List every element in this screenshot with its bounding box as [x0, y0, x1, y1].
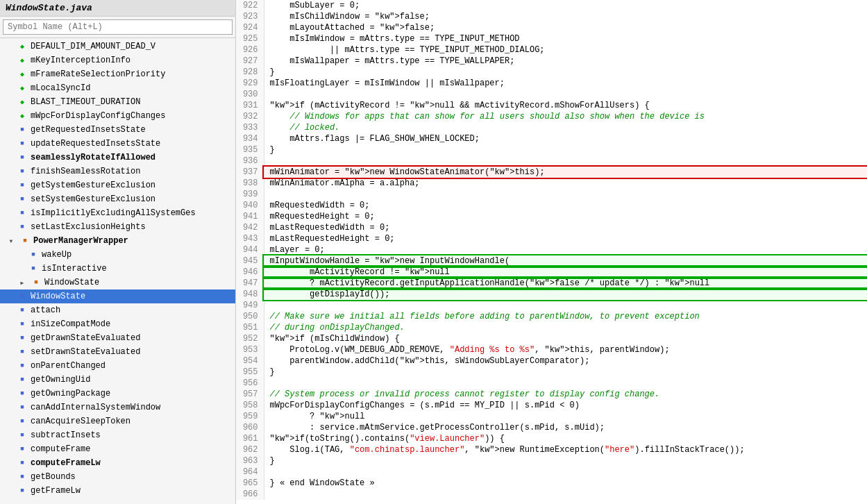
code-content: // locked.: [264, 122, 867, 133]
sidebar-item-getBounds[interactable]: getBounds: [0, 470, 235, 484]
sidebar-item-label: isImplicitlyExcludingAllSystemGes: [31, 208, 196, 218]
field-icon: [17, 41, 28, 52]
sidebar-item-getFrameLw[interactable]: getFrameLw: [0, 484, 235, 498]
code-content: mIsFloatingLayer = mIsImWindow || mIsWal…: [264, 78, 867, 89]
line-number: 948: [236, 289, 264, 300]
line-number: 960: [236, 422, 264, 433]
code-row: 941mRequestedHeight = 0;: [236, 211, 867, 222]
line-number: 936: [236, 156, 264, 167]
sidebar-item-label: DEFAULT_DIM_AMOUNT_DEAD_V: [31, 42, 155, 51]
method-icon: [17, 471, 28, 482]
line-number: 946: [236, 267, 264, 278]
method-icon: [17, 194, 28, 205]
method-icon: [17, 360, 28, 371]
code-content: mAttrs.flags |= FLAG_SHOW_WHEN_LOCKED;: [264, 133, 867, 144]
code-content: [264, 300, 867, 311]
sidebar-item-label: WindowState: [44, 278, 99, 287]
sidebar-item-default_dim[interactable]: DEFAULT_DIM_AMOUNT_DEAD_V: [0, 40, 235, 53]
sidebar-item-inSizeCompatMode[interactable]: inSizeCompatMode: [0, 317, 235, 331]
search-input[interactable]: [3, 19, 233, 35]
sidebar-item-canAddInternalSystemWindow[interactable]: canAddInternalSystemWindow: [0, 401, 235, 414]
code-content: "kw">if(toString().contains("view.Launch…: [264, 433, 867, 444]
search-box[interactable]: [0, 17, 235, 38]
code-content: ? mActivityRecord.getInputApplicationHan…: [264, 278, 867, 289]
method-icon: [17, 485, 28, 496]
code-row: 948 getDisplayId());: [236, 289, 867, 300]
code-content: mLayer = 0;: [264, 244, 867, 255]
code-content: }: [264, 67, 867, 78]
method-icon: [17, 388, 28, 399]
code-content: mActivityRecord != "kw">null: [264, 267, 867, 278]
code-content: ? "kw">null: [264, 411, 867, 422]
sidebar-item-label: getRequestedInsetsState: [31, 125, 146, 135]
code-row: 957// System process or invalid process …: [236, 389, 867, 400]
code-content: [264, 467, 867, 478]
field-icon: [17, 69, 28, 80]
sidebar-item-getRequestedInsetsState[interactable]: getRequestedInsetsState: [0, 123, 235, 137]
method-icon: [17, 124, 28, 135]
code-container[interactable]: 922 mSubLayer = 0;923 mIsChildWindow = "…: [236, 0, 867, 504]
sidebar-item-mFrameRateSelectionPriority[interactable]: mFrameRateSelectionPriority: [0, 67, 235, 81]
sidebar-item-label: getBounds: [31, 472, 76, 482]
sidebar-item-attach[interactable]: attach: [0, 303, 235, 317]
sidebar-item-mLocalSyncId[interactable]: mLocalSyncId: [0, 81, 235, 95]
sidebar-item-getOwningUid[interactable]: getOwningUid: [0, 373, 235, 387]
sidebar-item-computeFrameLw[interactable]: computeFrameLw: [0, 456, 235, 470]
sidebar-item-getOwningPackage[interactable]: getOwningPackage: [0, 387, 235, 401]
line-number: 947: [236, 278, 264, 289]
sidebar-item-canAcquireSleepToken[interactable]: canAcquireSleepToken: [0, 414, 235, 428]
sidebar-item-label: canAddInternalSystemWindow: [31, 403, 160, 412]
sidebar-item-subtractInsets[interactable]: subtractInsets: [0, 428, 235, 442]
code-content: mIsWallpaper = mAttrs.type == TYPE_WALLP…: [264, 56, 867, 67]
sidebar-item-label: inSizeCompatMode: [31, 319, 110, 329]
field-icon: [17, 55, 28, 66]
sidebar-item-finishSeamlessRotation[interactable]: finishSeamlessRotation: [0, 165, 235, 178]
sidebar-item-onParentChanged[interactable]: onParentChanged: [0, 359, 235, 373]
sidebar-item-blast_timeout[interactable]: BLAST_TIMEOUT_DURATION: [0, 95, 235, 109]
sidebar-item-isInteractive[interactable]: isInteractive: [0, 262, 235, 276]
expand-icon[interactable]: [17, 277, 28, 288]
sidebar-item-computeFrame[interactable]: computeFrame: [0, 442, 235, 456]
main-content: 922 mSubLayer = 0;923 mIsChildWindow = "…: [236, 0, 867, 504]
sidebar-item-getDrawnStateEvaluated[interactable]: getDrawnStateEvaluated: [0, 331, 235, 345]
line-number: 954: [236, 355, 264, 367]
line-number: 925: [236, 33, 264, 44]
code-content: mIsImWindow = mAttrs.type == TYPE_INPUT_…: [264, 33, 867, 44]
code-row: 934 mAttrs.flags |= FLAG_SHOW_WHEN_LOCKE…: [236, 133, 867, 144]
class-icon: [19, 235, 31, 246]
sidebar-item-mKeyInterceptionInfo[interactable]: mKeyInterceptionInfo: [0, 53, 235, 67]
method-icon: [17, 346, 28, 358]
sidebar-item-setSystemGestureExclusion[interactable]: setSystemGestureExclusion: [0, 192, 235, 206]
sidebar-item-PowerManagerWrapper[interactable]: PowerManagerWrapper: [0, 234, 235, 248]
line-number: 945: [236, 255, 264, 267]
sidebar-item-label: getOwningUid: [31, 375, 90, 385]
code-row: 945mInputWindowHandle = "kw">new InputWi…: [236, 255, 867, 267]
line-number: 928: [236, 67, 264, 78]
sidebar-item-setDrawnStateEvaluated[interactable]: setDrawnStateEvaluated: [0, 345, 235, 359]
sidebar-item-wakeUp[interactable]: wakeUp: [0, 248, 235, 262]
sidebar-item-setLastExclusionHeights[interactable]: setLastExclusionHeights: [0, 220, 235, 234]
sidebar-item-label: updateRequestedInsetsState: [31, 139, 160, 149]
sidebar-item-updateRequestedInsetsState[interactable]: updateRequestedInsetsState: [0, 137, 235, 151]
method-icon: [17, 333, 28, 344]
method-icon: [17, 221, 28, 233]
line-number: 924: [236, 22, 264, 33]
sidebar-item-label: computeFrameLw: [31, 458, 101, 468]
sidebar-item-getSystemGestureExclusion[interactable]: getSystemGestureExclusion: [0, 178, 235, 192]
sidebar-item-label: wakeUp: [42, 250, 71, 260]
line-number: 938: [236, 178, 264, 189]
code-row: 939: [236, 189, 867, 200]
code-row: 933 // locked.: [236, 122, 867, 133]
line-number: 956: [236, 378, 264, 389]
code-row: 925 mIsImWindow = mAttrs.type == TYPE_IN…: [236, 33, 867, 44]
sidebar-item-isImplicitlyExcludingAllSystemGes[interactable]: isImplicitlyExcludingAllSystemGes: [0, 206, 235, 220]
sidebar-item-seamlesslyRotateIfAllowed[interactable]: seamlesslyRotateIfAllowed: [0, 151, 235, 165]
expand-icon[interactable]: [6, 235, 17, 246]
field-icon: [17, 110, 28, 121]
code-content: }: [264, 144, 867, 156]
sidebar-item-WindowState_class[interactable]: WindowState: [0, 276, 235, 289]
line-number: 930: [236, 89, 264, 100]
code-row: 959 ? "kw">null: [236, 411, 867, 422]
sidebar-item-mWpcForDisplayConfigChanges[interactable]: mWpcForDisplayConfigChanges: [0, 109, 235, 123]
sidebar-item-WindowState_selected[interactable]: WindowState: [0, 289, 235, 303]
